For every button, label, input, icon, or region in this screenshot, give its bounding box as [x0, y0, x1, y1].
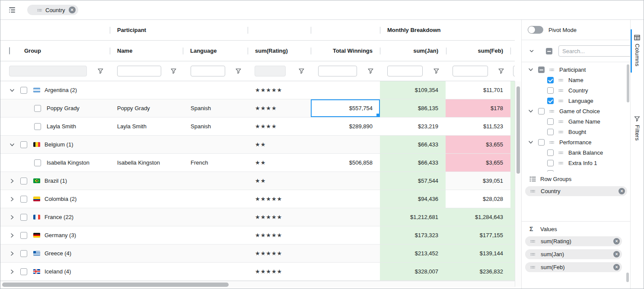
- filter-input-name[interactable]: [117, 66, 161, 76]
- collapse-group-icon[interactable]: [528, 139, 534, 145]
- column-tree-item-game-name[interactable]: Game Name: [522, 116, 630, 127]
- column-visibility-checkbox[interactable]: [547, 160, 554, 166]
- cell-sum-feb[interactable]: $3,655: [446, 136, 510, 153]
- filter-funnel-icon[interactable]: [98, 68, 103, 74]
- cell-name[interactable]: Poppy Grady: [110, 99, 183, 117]
- filter-funnel-icon[interactable]: [236, 68, 241, 74]
- cell-rating[interactable]: ★★★★★: [248, 208, 311, 226]
- pill-sum-rating-[interactable]: sum(Rating)✕: [525, 236, 622, 246]
- leaf-row[interactable]: Isabella KingstonIsabella KingstonFrench…: [0, 154, 515, 172]
- cell-total-winnings[interactable]: $289,890: [311, 118, 380, 135]
- cell-sum-feb[interactable]: $178: [446, 99, 510, 117]
- vertical-scrollbar[interactable]: [515, 81, 521, 287]
- cell-language[interactable]: Spanish: [183, 118, 248, 135]
- filter-input-sum-rating-[interactable]: [255, 66, 286, 76]
- cell-name[interactable]: [110, 136, 183, 153]
- group-row-france[interactable]: France (22)★★★★★$1,212,681$1,284,643: [0, 208, 515, 226]
- remove-pill-icon[interactable]: ✕: [613, 238, 620, 245]
- column-tree-item-country[interactable]: Country: [522, 85, 630, 95]
- row-checkbox[interactable]: [20, 141, 27, 148]
- collapse-group-icon[interactable]: [528, 67, 534, 73]
- group-row-belgium[interactable]: Belgium (1)★★$66,433$3,655: [0, 136, 515, 154]
- group-row-brazil[interactable]: Brazil (1)★★$57,544$39,051: [0, 172, 515, 190]
- column-visibility-checkbox[interactable]: [547, 118, 554, 125]
- row-checkbox[interactable]: [20, 214, 27, 221]
- cell-sum-jan[interactable]: $86,135: [380, 99, 446, 117]
- pivot-mode-toggle[interactable]: [528, 26, 543, 34]
- column-visibility-checkbox[interactable]: [547, 129, 554, 135]
- cell-rating[interactable]: ★★★★★: [248, 245, 311, 262]
- cell-language[interactable]: [183, 136, 248, 153]
- cell-name[interactable]: [110, 81, 183, 99]
- cell-sum-jan[interactable]: $57,544: [380, 172, 446, 190]
- filter-funnel-icon[interactable]: [368, 68, 373, 74]
- filter-input-sum-feb-[interactable]: [453, 66, 488, 76]
- filter-funnel-icon[interactable]: [299, 68, 304, 74]
- collapse-group-icon[interactable]: [9, 142, 15, 148]
- filter-input-sum-jan-[interactable]: [387, 66, 423, 76]
- cell-rating[interactable]: ★★★★★: [248, 190, 311, 208]
- cell-language[interactable]: [183, 172, 248, 190]
- cell-sum-feb[interactable]: $39,051: [446, 172, 510, 190]
- cell-name[interactable]: [110, 172, 183, 190]
- values-scrollbar-thumb[interactable]: [626, 273, 629, 282]
- cell-total-winnings[interactable]: [311, 136, 380, 153]
- row-checkbox[interactable]: [34, 105, 41, 112]
- cell-language[interactable]: [183, 245, 248, 262]
- select-all-rows-checkbox[interactable]: [9, 47, 10, 54]
- row-checkbox[interactable]: [20, 232, 27, 239]
- column-visibility-checkbox[interactable]: [547, 87, 554, 94]
- column-header-total-winnings[interactable]: Total Winnings: [311, 41, 373, 61]
- cell-name[interactable]: [110, 208, 183, 226]
- cell-language[interactable]: [183, 226, 248, 244]
- cell-name[interactable]: [110, 263, 183, 280]
- select-all-columns-checkbox[interactable]: [546, 48, 552, 54]
- cell-rating[interactable]: ★★★★★: [248, 226, 311, 244]
- column-visibility-checkbox[interactable]: [547, 149, 554, 156]
- filter-funnel-icon[interactable]: [171, 68, 176, 74]
- column-header-group[interactable]: Group: [24, 41, 41, 61]
- horizontal-scrollbar-thumb[interactable]: [2, 283, 229, 287]
- cell-total-winnings[interactable]: [311, 208, 380, 226]
- row-checkbox[interactable]: [20, 196, 27, 203]
- column-tree-item-bought[interactable]: Bought: [522, 127, 630, 137]
- cell-sum-jan[interactable]: $94,436: [380, 190, 446, 208]
- cell-sum-feb[interactable]: $3,655: [446, 154, 510, 171]
- filter-input-total-winnings[interactable]: [318, 66, 357, 76]
- vertical-scrollbar-thumb[interactable]: [516, 86, 520, 174]
- row-group-chip-country[interactable]: Country ✕: [27, 5, 78, 15]
- column-header-sum-jan-[interactable]: sum(Jan): [380, 41, 438, 61]
- cell-total-winnings[interactable]: $557,754: [311, 99, 380, 117]
- column-visibility-checkbox[interactable]: [538, 108, 545, 114]
- pill-country[interactable]: Country✕: [525, 186, 627, 196]
- cell-rating[interactable]: ★★: [248, 136, 311, 153]
- group-row-argentina[interactable]: Argentina (2)★★★★★$109,354$11,701: [0, 81, 515, 99]
- cell-language[interactable]: [183, 190, 248, 208]
- expand-group-icon[interactable]: [9, 232, 15, 238]
- column-tree-item-language[interactable]: Language: [522, 95, 630, 106]
- column-tree-item-name[interactable]: Name: [522, 75, 630, 85]
- expand-group-icon[interactable]: [9, 251, 15, 257]
- expand-group-icon[interactable]: [9, 214, 15, 220]
- column-tree-item-game-of-choice[interactable]: Game of Choice: [522, 106, 630, 116]
- cell-language[interactable]: Spanish: [183, 99, 248, 117]
- collapse-group-icon[interactable]: [9, 87, 15, 93]
- row-checkbox[interactable]: [34, 123, 41, 130]
- cell-language[interactable]: French: [183, 154, 248, 171]
- cell-sum-jan[interactable]: $1,212,681: [380, 208, 446, 226]
- pill-sum-jan-[interactable]: sum(Jan)✕: [525, 249, 622, 259]
- side-bar-tab-filters[interactable]: Filters: [631, 111, 644, 147]
- cell-sum-jan[interactable]: $173,323: [380, 226, 446, 244]
- group-row-colombia[interactable]: Colombia (2)★★★★★$94,436$28,028: [0, 190, 515, 208]
- cell-name[interactable]: [110, 226, 183, 244]
- cell-rating[interactable]: ★★: [248, 154, 311, 171]
- cell-sum-feb[interactable]: $11,523: [446, 118, 510, 135]
- column-tree-item-bank-balance[interactable]: Bank Balance: [522, 147, 630, 158]
- cell-total-winnings[interactable]: [311, 190, 380, 208]
- cell-total-winnings[interactable]: [311, 245, 380, 262]
- cell-language[interactable]: [183, 263, 248, 280]
- row-checkbox[interactable]: [20, 268, 27, 275]
- column-header-sum-rating-[interactable]: sum(Rating): [255, 41, 288, 61]
- cell-sum-feb[interactable]: $11,701: [446, 81, 510, 99]
- column-visibility-checkbox[interactable]: [547, 77, 554, 83]
